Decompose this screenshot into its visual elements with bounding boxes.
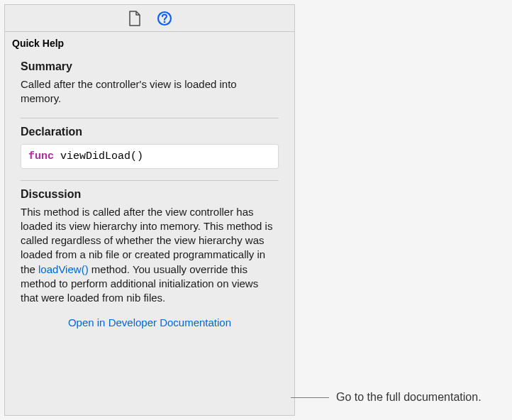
- declaration-heading: Declaration: [21, 126, 279, 138]
- callout-text: Go to the full documentation.: [336, 391, 482, 404]
- callout-line: [291, 397, 329, 398]
- keyword: func: [28, 150, 54, 162]
- svg-point-1: [164, 21, 166, 23]
- quick-help-content: Summary Called after the controller's vi…: [5, 53, 294, 415]
- divider: [21, 118, 279, 118]
- signature: viewDidLoad(): [54, 150, 143, 162]
- divider: [21, 180, 279, 181]
- discussion-heading: Discussion: [21, 188, 279, 201]
- summary-heading: Summary: [21, 60, 279, 73]
- inspector-toolbar: [5, 5, 294, 32]
- discussion-text: This method is called after the view con…: [21, 205, 279, 306]
- summary-text: Called after the controller's view is lo…: [21, 77, 279, 106]
- declaration-code: func viewDidLoad(): [21, 144, 279, 169]
- callout-annotation: Go to the full documentation.: [291, 391, 482, 404]
- quick-help-panel: Quick Help Summary Called after the cont…: [4, 4, 295, 416]
- quick-help-inspector-icon[interactable]: [157, 11, 172, 26]
- loadview-link[interactable]: loadView(): [38, 263, 89, 275]
- file-inspector-icon[interactable]: [127, 11, 143, 26]
- panel-title: Quick Help: [5, 32, 294, 53]
- open-documentation-link[interactable]: Open in Developer Documentation: [21, 316, 279, 328]
